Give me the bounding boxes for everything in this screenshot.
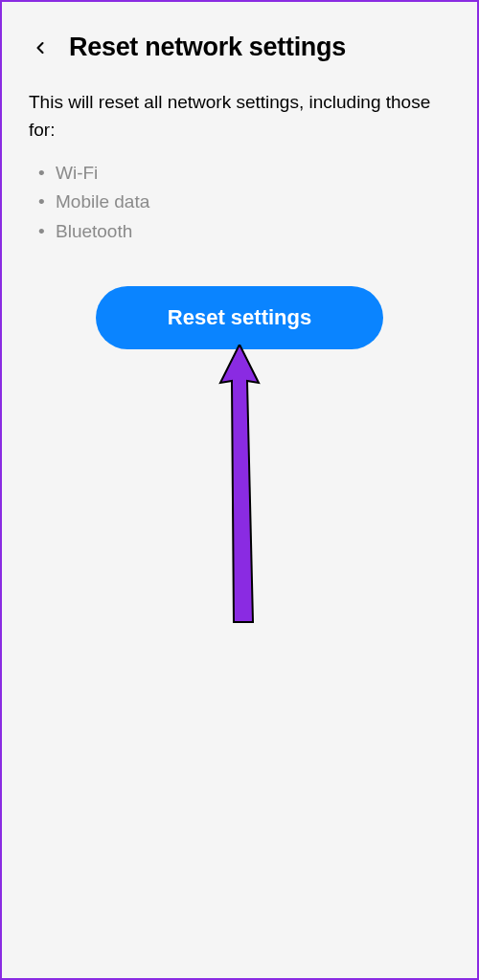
- button-container: Reset settings: [29, 286, 450, 349]
- reset-settings-button[interactable]: Reset settings: [96, 286, 383, 349]
- settings-screen: Reset network settings This will reset a…: [6, 6, 473, 974]
- app-frame: Reset network settings This will reset a…: [0, 0, 479, 980]
- list-item: Wi-Fi: [56, 159, 450, 188]
- header: Reset network settings: [29, 33, 450, 62]
- bullet-list: Wi-Fi Mobile data Bluetooth: [29, 159, 450, 246]
- list-item: Bluetooth: [56, 217, 450, 246]
- back-icon[interactable]: [29, 36, 52, 59]
- description-text: This will reset all network settings, in…: [29, 89, 450, 144]
- list-item: Mobile data: [56, 188, 450, 216]
- page-title: Reset network settings: [69, 33, 346, 62]
